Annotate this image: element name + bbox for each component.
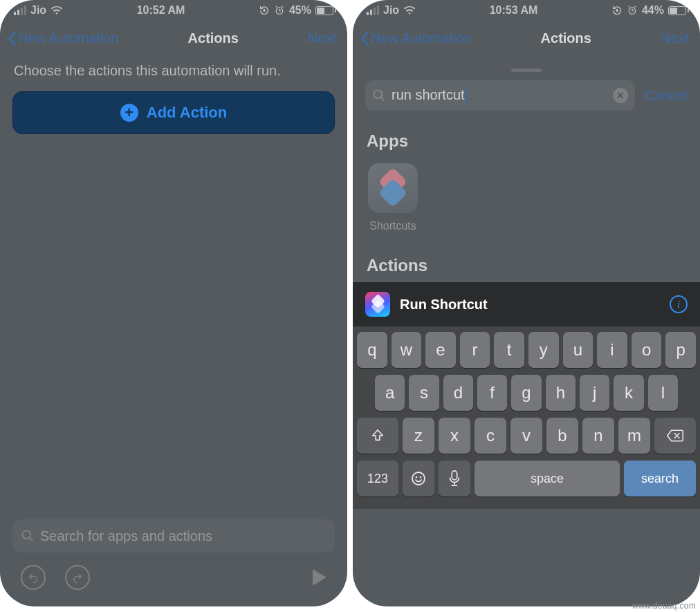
key-j[interactable]: j xyxy=(580,375,609,411)
svg-rect-0 xyxy=(264,9,266,12)
battery-percent: 45% xyxy=(289,4,311,17)
orientation-lock-icon xyxy=(259,5,270,16)
back-label: New Automation xyxy=(371,30,472,46)
key-u[interactable]: u xyxy=(563,332,593,368)
add-action-button[interactable]: + Add Action xyxy=(12,91,335,134)
key-t[interactable]: t xyxy=(494,332,524,368)
key-y[interactable]: y xyxy=(528,332,559,368)
apps-section-title: Apps xyxy=(353,122,700,158)
bottom-controls xyxy=(0,561,347,594)
nav-bar: New Automation Actions Next xyxy=(0,18,347,59)
nav-bar: New Automation Actions Next xyxy=(353,18,700,59)
key-p[interactable]: p xyxy=(665,332,696,368)
key-v[interactable]: v xyxy=(510,418,542,454)
shift-icon xyxy=(370,428,385,443)
key-r[interactable]: r xyxy=(460,332,490,368)
plus-circle-icon: + xyxy=(120,104,138,122)
shortcuts-action-icon xyxy=(365,292,390,317)
key-f[interactable]: f xyxy=(477,375,507,411)
wifi-icon xyxy=(403,6,416,15)
key-i[interactable]: i xyxy=(597,332,627,368)
next-button[interactable]: Next xyxy=(661,30,689,46)
app-label: Shortcuts xyxy=(369,220,416,232)
search-icon xyxy=(372,89,386,102)
key-m[interactable]: m xyxy=(618,418,650,454)
phone-right: Jio 10:53 AM 44% New Automation Actions … xyxy=(353,0,700,606)
shortcuts-app-icon xyxy=(368,163,418,213)
search-field[interactable]: Search for apps and actions xyxy=(12,519,335,553)
next-button[interactable]: Next xyxy=(308,30,336,46)
svg-rect-3 xyxy=(616,9,618,12)
status-bar: Jio 10:52 AM 45% xyxy=(0,0,347,18)
search-key[interactable]: search xyxy=(624,461,696,497)
back-button[interactable]: New Automation xyxy=(7,30,119,46)
svg-point-1 xyxy=(276,8,282,14)
chevron-left-icon xyxy=(7,31,17,46)
orientation-lock-icon xyxy=(611,5,623,16)
key-d[interactable]: d xyxy=(443,375,473,411)
key-n[interactable]: n xyxy=(582,418,614,454)
search-query: run shortcut xyxy=(392,87,607,104)
space-key[interactable]: space xyxy=(475,461,620,497)
action-run-shortcut[interactable]: Run Shortcut i xyxy=(353,282,700,326)
redo-button[interactable] xyxy=(65,565,90,590)
key-c[interactable]: c xyxy=(475,418,506,454)
chevron-left-icon xyxy=(360,31,369,46)
info-button[interactable]: i xyxy=(670,295,688,313)
back-label: New Automation xyxy=(18,30,119,46)
key-b[interactable]: b xyxy=(546,418,578,454)
key-g[interactable]: g xyxy=(511,375,541,411)
key-h[interactable]: h xyxy=(546,375,575,411)
emoji-key[interactable] xyxy=(403,461,434,497)
page-title: Actions xyxy=(541,30,591,46)
carrier-label: Jio xyxy=(30,4,46,17)
search-icon xyxy=(21,529,35,543)
key-k[interactable]: k xyxy=(614,375,643,411)
run-button[interactable] xyxy=(313,569,326,586)
carrier-label: Jio xyxy=(383,4,399,17)
key-q[interactable]: q xyxy=(357,332,387,368)
alarm-icon xyxy=(274,5,285,16)
actions-section-title: Actions xyxy=(353,246,700,282)
shift-key[interactable] xyxy=(357,418,398,454)
search-placeholder: Search for apps and actions xyxy=(40,528,212,544)
app-shortcuts[interactable]: Shortcuts xyxy=(367,163,419,232)
key-x[interactable]: x xyxy=(439,418,470,454)
watermark: www.deuaq.com xyxy=(632,601,696,611)
svg-point-7 xyxy=(416,476,418,479)
key-w[interactable]: w xyxy=(392,332,422,368)
clear-search-button[interactable]: ✕ xyxy=(613,88,628,103)
clock-label: 10:53 AM xyxy=(490,4,538,17)
search-input[interactable]: run shortcut ✕ xyxy=(365,80,635,111)
instruction-text: Choose the actions this automation will … xyxy=(0,59,347,91)
signal-icon xyxy=(367,6,379,15)
key-o[interactable]: o xyxy=(632,332,662,368)
battery-icon xyxy=(668,6,689,15)
backspace-key[interactable] xyxy=(654,418,696,454)
battery-icon xyxy=(315,6,336,15)
key-s[interactable]: s xyxy=(409,375,439,411)
svg-rect-9 xyxy=(452,471,457,480)
cancel-button[interactable]: Cancel xyxy=(645,88,688,104)
add-action-label: Add Action xyxy=(147,104,228,122)
clock-label: 10:52 AM xyxy=(137,4,185,17)
backspace-icon xyxy=(666,429,684,443)
battery-percent: 44% xyxy=(642,4,664,17)
key-z[interactable]: z xyxy=(403,418,434,454)
key-l[interactable]: l xyxy=(648,375,678,411)
status-bar: Jio 10:53 AM 44% xyxy=(353,0,700,18)
emoji-icon xyxy=(410,470,427,487)
numbers-key[interactable]: 123 xyxy=(357,461,398,497)
dictation-key[interactable] xyxy=(439,461,470,497)
wifi-icon xyxy=(50,6,63,15)
key-e[interactable]: e xyxy=(425,332,456,368)
text-caret xyxy=(466,87,467,104)
signal-icon xyxy=(14,6,26,15)
action-label: Run Shortcut xyxy=(400,297,660,313)
svg-point-6 xyxy=(412,472,425,485)
undo-button[interactable] xyxy=(21,565,46,590)
alarm-icon xyxy=(627,5,638,16)
key-a[interactable]: a xyxy=(375,375,405,411)
back-button[interactable]: New Automation xyxy=(360,30,472,46)
sheet-grabber[interactable] xyxy=(511,68,542,72)
